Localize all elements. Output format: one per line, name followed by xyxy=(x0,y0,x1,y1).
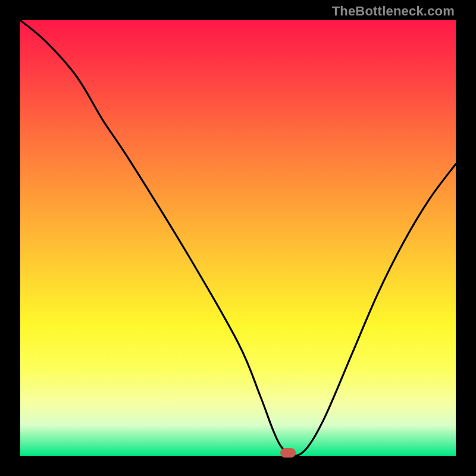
bottleneck-curve xyxy=(20,20,456,456)
minimum-marker xyxy=(280,448,296,458)
chart-container: TheBottleneck.com xyxy=(0,0,476,476)
watermark-text: TheBottleneck.com xyxy=(332,4,455,19)
plot-area xyxy=(20,20,456,456)
